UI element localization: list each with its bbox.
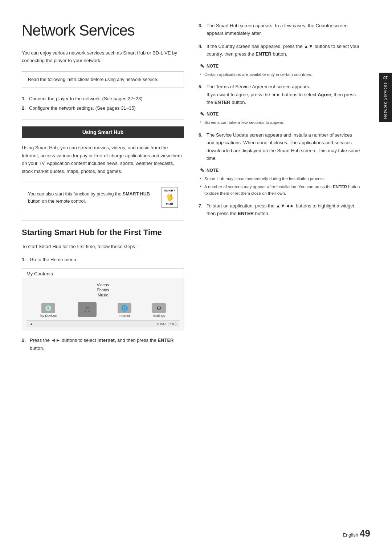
remote-box-text: You can also start this function by pres… [28,190,155,205]
icon-center: 🎵 [78,302,97,318]
icon-my-devices: 💿 My Devices [40,303,57,318]
note-block-1: NOTE Certain applications are available … [199,63,361,78]
nav-music: Music [98,293,108,297]
side-tab: 07 Network Services [379,73,392,122]
note-block-2: NOTE Screens can take a few seconds to a… [199,111,361,126]
starting-smart-hub-heading: Starting Smart Hub for the First Time [22,227,184,238]
section-divider-1 [22,120,184,120]
note-list-1: Certain applications are available only … [200,71,361,78]
notice-box: Read the following instructions before u… [22,71,184,88]
starting-step-1: 1. Go to the Home menu. [22,256,184,263]
right-steps-list-4: 7. To start an application, press the ▲▼… [199,202,361,218]
left-column: Network Services You can enjoy various n… [22,22,184,528]
nav-photos: Photos [97,288,109,292]
starting-intro: To start Smart Hub for the first time, f… [22,243,184,251]
footer-page-num: 49 [360,528,370,539]
right-steps-list: 3. The Smart Hub screen appears. In a fe… [199,22,361,58]
right-steps-list-2: 5. The Terms of Service Agreement screen… [199,83,361,106]
my-contents-bottom-bar: ◄ B WPS(PBC) [26,320,179,327]
footer-lang: English [343,532,358,538]
note-list-2: Screens can take a few seconds to appear… [200,119,361,126]
icon-settings: ⚙ Settings [152,303,166,318]
starting-step-2: 2. Press the ◄► buttons to select Intern… [22,336,184,352]
note-item-3-1: Smart Hub may close momentarily during t… [200,175,361,182]
page-title: Network Services [22,22,184,39]
side-tab-number: 07 [383,76,388,80]
page-footer: English 49 [343,528,370,539]
starting-steps-left-2: 2. Press the ◄► buttons to select Intern… [22,336,184,352]
right-step-4: 4. If the Country screen has appeared, p… [199,43,361,58]
note-heading-2: NOTE [200,111,361,117]
right-step-7: 7. To start an application, press the ▲▼… [199,202,361,218]
prereq-list: 1. Connect the player to the network. (S… [22,95,184,113]
smart-hub-description: Using Smart Hub, you can stream movies, … [22,144,184,175]
side-tab-label: Network Services [383,82,388,119]
note-item-2-1: Screens can take a few seconds to appear… [200,119,361,126]
prereq-item-2: 2. Configure the network settings. (See … [22,105,184,112]
note-heading-1: NOTE [200,63,361,69]
prereq-item-1: 1. Connect the player to the network. (S… [22,95,184,103]
right-step-6: 6. The Service Update screen appears and… [199,131,361,162]
smart-hub-remote-button: SMART 🖐 HUB [162,187,178,208]
notice-box-text: Read the following instructions before u… [28,77,158,82]
my-contents-box: My Contents Videos Photos Music 💿 My Dev… [22,268,184,331]
my-contents-nav: Videos Photos Music [26,283,179,297]
note-item-3-2: A number of screens may appear after ins… [200,183,361,197]
my-contents-body: Videos Photos Music 💿 My Devices 🎵 [22,279,184,331]
intro-text: You can enjoy various network services s… [22,49,184,65]
section-divider-2 [22,221,184,221]
right-column: 3. The Smart Hub screen appears. In a fe… [199,22,361,528]
icon-internet: 🌐 Internet [118,303,131,318]
my-contents-title: My Contents [22,269,184,279]
remote-box: You can also start this function by pres… [22,182,184,213]
right-step-5: 5. The Terms of Service Agreement screen… [199,83,361,106]
using-smart-hub-heading: Using Smart Hub [22,126,184,138]
right-steps-list-3: 6. The Service Update screen appears and… [199,131,361,162]
my-contents-icons: 💿 My Devices 🎵 🌐 Internet ⚙ [26,301,179,319]
note-list-3: Smart Hub may close momentarily during t… [200,175,361,197]
note-item-1-1: Certain applications are available only … [200,71,361,78]
starting-steps-left: 1. Go to the Home menu. [22,256,184,263]
right-step-3: 3. The Smart Hub screen appears. In a fe… [199,22,361,37]
nav-videos: Videos [97,283,109,287]
note-block-3: NOTE Smart Hub may close momentarily dur… [199,167,361,197]
note-heading-3: NOTE [200,167,361,173]
